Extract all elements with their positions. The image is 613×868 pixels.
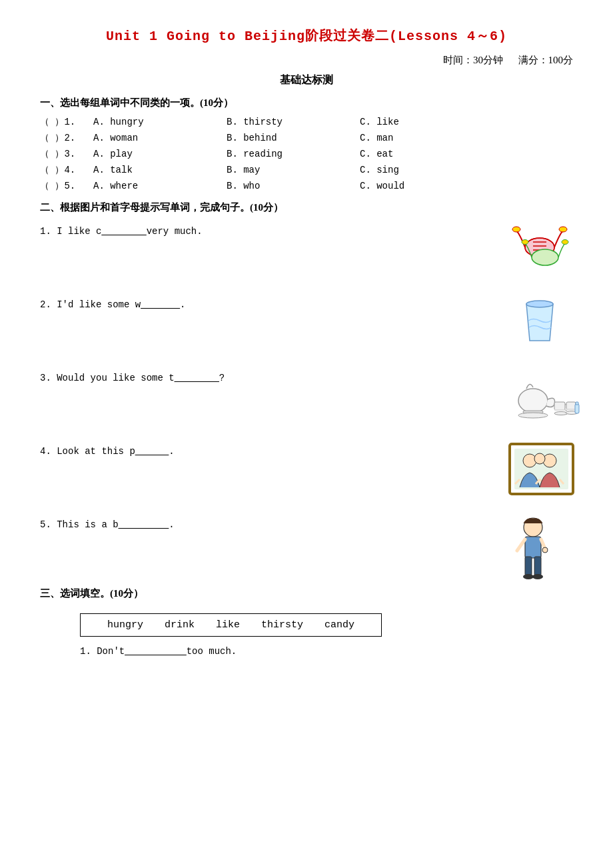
q-option-a: A. play xyxy=(93,149,227,159)
section2-question: 3. Would you like some t________? xyxy=(40,367,573,421)
q-bracket: （ ）1. xyxy=(40,116,93,128)
svg-point-10 xyxy=(526,301,553,307)
q-bracket: （ ）2. xyxy=(40,132,93,144)
section1-question: （ ）2. A. woman B. behind C. man xyxy=(40,132,573,144)
svg-point-7 xyxy=(532,249,558,265)
section2-question: 5. This is a b_________. xyxy=(40,514,573,567)
score-label: 满分：100分 xyxy=(518,55,574,65)
q-option-a: A. talk xyxy=(93,165,227,175)
svg-point-17 xyxy=(518,413,548,418)
svg-point-38 xyxy=(523,574,534,579)
svg-point-35 xyxy=(542,547,548,553)
q-option-b: B. who xyxy=(227,181,360,191)
svg-rect-32 xyxy=(525,537,541,558)
svg-point-3 xyxy=(559,227,567,232)
page-title: Unit 1 Going to Beijing阶段过关卷二(Lessons 4～… xyxy=(40,27,573,45)
svg-rect-20 xyxy=(575,404,579,413)
q-option-a: A. where xyxy=(93,181,227,191)
fill-sentence: 3. Would you like some t________? xyxy=(40,367,493,383)
fill-image xyxy=(506,367,573,421)
section3-title: 三、选词填空。(10分） xyxy=(40,587,573,600)
word-box-item: candy xyxy=(324,619,354,631)
q-bracket: （ ）5. xyxy=(40,180,93,192)
q-option-c: C. sing xyxy=(360,165,480,175)
svg-line-33 xyxy=(517,539,525,551)
q-option-a: A. woman xyxy=(93,133,227,143)
fill-sentence: 4. Look at this p______. xyxy=(40,441,493,457)
q-option-b: B. reading xyxy=(227,149,360,159)
svg-point-2 xyxy=(512,227,520,232)
section2-title: 二、根据图片和首字母提示写单词，完成句子。(10分） xyxy=(40,201,573,214)
section1-question: （ ）5. A. where B. who C. would xyxy=(40,180,573,192)
section1-title: 一、选出每组单词中不同类的一项。(10分） xyxy=(40,97,573,109)
fill-image xyxy=(506,514,573,567)
fill-sentence: 1. I like c________very much. xyxy=(40,221,493,237)
svg-rect-21 xyxy=(576,402,578,405)
q-option-b: B. thirsty xyxy=(227,117,360,127)
word-box-item: thirsty xyxy=(261,619,303,631)
fill-image xyxy=(506,221,573,274)
svg-point-39 xyxy=(532,574,543,579)
svg-rect-16 xyxy=(566,409,576,410)
section1-question: （ ）4. A. talk B. may C. sing xyxy=(40,164,573,176)
fill-sentence: 2. I'd like some w_______. xyxy=(40,294,493,310)
svg-rect-15 xyxy=(566,402,576,409)
word-box: hungrydrinklikethirstycandy xyxy=(80,613,382,637)
section-main-heading: 基础达标测 xyxy=(40,73,573,87)
svg-rect-13 xyxy=(554,402,565,410)
q-option-c: C. eat xyxy=(360,149,480,159)
section1-question: （ ）3. A. play B. reading C. eat xyxy=(40,148,573,160)
section3-questions: 1. Don't___________too much. xyxy=(40,646,573,657)
word-box-item: hungry xyxy=(107,619,143,631)
section2-question: 2. I'd like some w_______. xyxy=(40,294,573,347)
section1-questions: （ ）1. A. hungry B. thirsty C. like （ ）2.… xyxy=(40,116,573,192)
fill-image xyxy=(506,441,573,494)
word-box-item: like xyxy=(216,619,240,631)
q-bracket: （ ）4. xyxy=(40,164,93,176)
svg-point-11 xyxy=(518,389,548,413)
svg-rect-36 xyxy=(525,557,532,575)
q-option-b: B. may xyxy=(227,165,360,175)
svg-point-24 xyxy=(523,454,536,467)
q-option-c: C. like xyxy=(360,117,480,127)
section3-question: 1. Don't___________too much. xyxy=(80,646,573,657)
q-option-c: C. would xyxy=(360,181,480,191)
svg-point-9 xyxy=(562,240,568,245)
q-option-c: C. man xyxy=(360,133,480,143)
section1-question: （ ）1. A. hungry B. thirsty C. like xyxy=(40,116,573,128)
q-bracket: （ ）3. xyxy=(40,148,93,160)
word-box-item: drink xyxy=(165,619,195,631)
section2-question: 1. I like c________very much. xyxy=(40,221,573,274)
section2-question: 4. Look at this p______. xyxy=(40,441,573,494)
q-option-b: B. behind xyxy=(227,133,360,143)
q-option-a: A. hungry xyxy=(93,117,227,127)
svg-point-30 xyxy=(534,453,545,464)
time-score-row: 时间：30分钟 满分：100分 xyxy=(40,54,573,67)
fill-sentence: 5. This is a b_________. xyxy=(40,514,493,530)
fill-image xyxy=(506,294,573,347)
svg-point-27 xyxy=(543,454,556,467)
svg-rect-14 xyxy=(554,409,565,411)
time-label: 时间：30分钟 xyxy=(443,55,503,65)
section2-questions: 1. I like c________very much. 2. I'd lik… xyxy=(40,221,573,567)
svg-point-8 xyxy=(522,240,528,245)
svg-rect-37 xyxy=(534,557,541,575)
